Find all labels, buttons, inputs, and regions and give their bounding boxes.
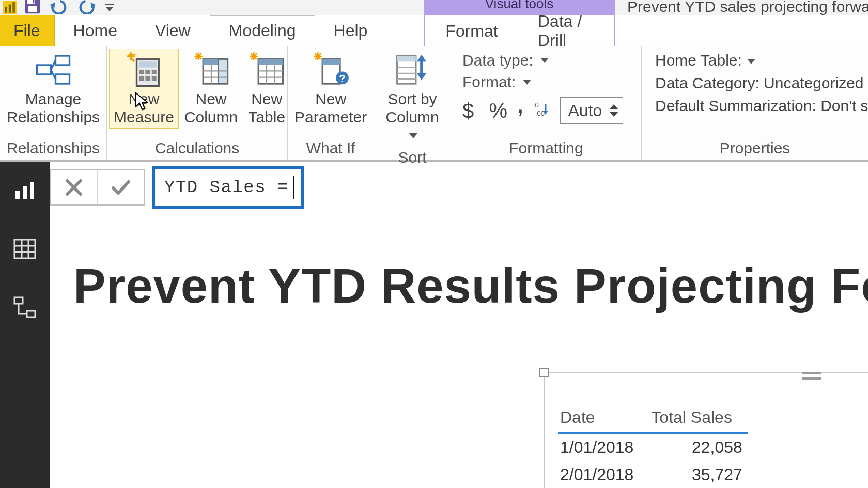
- default-summarization-dropdown[interactable]: Default Summarization: Don't s: [655, 97, 855, 115]
- measure-icon: [125, 51, 162, 88]
- stepper-up-icon[interactable]: [609, 104, 618, 109]
- new-column-label: New Column: [184, 90, 238, 126]
- svg-rect-13: [146, 70, 150, 74]
- svg-rect-31: [322, 59, 340, 65]
- formula-commit-button[interactable]: [97, 170, 144, 204]
- svg-text:?: ?: [339, 73, 345, 84]
- manage-relationships-label: Manage Relationships: [7, 90, 100, 126]
- data-type-label: Data type:: [462, 52, 533, 69]
- chevron-down-icon: [540, 58, 549, 63]
- report-view-button[interactable]: [7, 172, 42, 208]
- home-table-dropdown[interactable]: Home Table:: [655, 52, 855, 69]
- tab-view[interactable]: View: [136, 15, 210, 46]
- svg-text:.0: .0: [533, 101, 539, 109]
- qat-customize-icon[interactable]: [104, 3, 115, 13]
- parameter-icon: ?: [312, 51, 349, 88]
- data-category-dropdown[interactable]: Data Category: Uncategorized: [655, 74, 855, 92]
- decimals-format-button[interactable]: .0.00: [533, 100, 551, 121]
- model-icon: [12, 295, 37, 320]
- cell-sales: 35,727: [649, 461, 748, 488]
- data-category-label: Data Category: Uncategorized: [655, 74, 864, 91]
- group-label-calculations: Calculations: [107, 137, 287, 160]
- cell-sales: 22,058: [649, 434, 748, 461]
- svg-rect-25: [258, 59, 283, 65]
- model-view-button[interactable]: [7, 290, 42, 325]
- report-canvas[interactable]: Prevent YTD Results Projecting Forw Date…: [50, 217, 868, 488]
- new-column-button[interactable]: New Column: [180, 49, 242, 129]
- column-header-date[interactable]: Date: [558, 405, 649, 432]
- tab-help[interactable]: Help: [315, 15, 387, 46]
- table-header-row: Date Total Sales: [558, 405, 748, 432]
- svg-rect-42: [23, 186, 27, 199]
- group-label-relationships: Relationships: [0, 137, 106, 160]
- svg-rect-12: [139, 70, 144, 74]
- tab-home[interactable]: Home: [55, 15, 136, 46]
- svg-rect-6: [33, 0, 34, 3]
- format-dropdown[interactable]: Format:: [462, 73, 630, 91]
- svg-rect-14: [152, 70, 157, 74]
- drag-handle-icon[interactable]: [802, 372, 822, 380]
- svg-rect-17: [152, 76, 157, 81]
- ribbon: Manage Relationships Relationships New M…: [0, 46, 868, 162]
- group-label-sort: Sort: [374, 147, 451, 169]
- new-table-button[interactable]: New Table: [243, 49, 290, 129]
- format-label: Format:: [462, 73, 516, 91]
- tab-format[interactable]: Format: [425, 15, 519, 46]
- svg-rect-9: [56, 74, 70, 84]
- cell-date: 1/01/2018: [558, 434, 649, 461]
- redo-icon[interactable]: [76, 0, 97, 17]
- column-icon: [193, 51, 230, 88]
- undo-icon[interactable]: [49, 0, 69, 17]
- close-icon: [64, 178, 84, 197]
- new-parameter-button[interactable]: ? New Parameter: [290, 49, 371, 129]
- svg-rect-16: [146, 76, 150, 81]
- svg-rect-43: [30, 182, 34, 199]
- svg-rect-35: [397, 56, 416, 61]
- table-visual[interactable]: Date Total Sales 1/01/2018 22,058 2/01/2…: [544, 372, 868, 488]
- data-type-dropdown[interactable]: Data type:: [462, 52, 630, 69]
- currency-format-button[interactable]: $: [462, 99, 479, 122]
- svg-rect-50: [27, 311, 35, 317]
- manage-relationships-button[interactable]: Manage Relationships: [2, 49, 104, 129]
- sort-by-column-button[interactable]: Sort by Column: [376, 49, 448, 147]
- svg-rect-1: [9, 4, 11, 12]
- formula-input[interactable]: YTD Sales =: [152, 166, 304, 209]
- tab-file[interactable]: File: [0, 15, 55, 46]
- check-icon: [110, 177, 132, 198]
- home-table-label: Home Table:: [655, 52, 742, 69]
- svg-rect-15: [139, 76, 144, 81]
- grid-icon: [12, 237, 37, 261]
- page-title: Prevent YTD Results Projecting Forw: [73, 258, 868, 314]
- table-row[interactable]: 2/01/2018 35,727: [558, 461, 748, 488]
- table-icon: [248, 51, 285, 88]
- window-title: Prevent YTD sales projecting forward: [627, 0, 868, 15]
- app-logo-icon: [3, 1, 17, 14]
- chevron-down-icon: [747, 59, 755, 64]
- data-table: Date Total Sales 1/01/2018 22,058 2/01/2…: [558, 405, 748, 488]
- group-label-formatting: Formatting: [451, 137, 641, 160]
- bar-chart-icon: [12, 178, 37, 202]
- svg-rect-2: [12, 2, 14, 13]
- table-row[interactable]: 1/01/2018 22,058: [558, 434, 748, 461]
- ribbon-tabs: File Home View Modeling Help Format Data…: [0, 15, 868, 46]
- title-bar: Visual tools Prevent YTD sales projectin…: [0, 0, 868, 15]
- new-measure-button[interactable]: New Measure: [109, 49, 179, 129]
- tab-modeling[interactable]: Modeling: [210, 15, 315, 46]
- data-view-button[interactable]: [7, 231, 42, 266]
- stepper-down-icon[interactable]: [609, 112, 618, 117]
- selection-handle-icon[interactable]: [539, 368, 549, 377]
- tab-data-drill[interactable]: Data / Drill: [519, 15, 614, 46]
- formula-text: YTD Sales =: [164, 178, 289, 197]
- formula-cancel-button[interactable]: [51, 170, 97, 204]
- chevron-down-icon: [409, 133, 417, 138]
- thousands-format-button[interactable]: ,: [517, 98, 524, 108]
- svg-rect-7: [37, 65, 51, 74]
- text-caret: [293, 176, 295, 199]
- decimal-places-value: Auto: [568, 101, 602, 120]
- svg-rect-44: [14, 240, 35, 258]
- svg-rect-5: [28, 6, 37, 12]
- percent-format-button[interactable]: %: [489, 99, 507, 122]
- formula-bar: YTD Sales =: [50, 166, 304, 209]
- column-header-total-sales[interactable]: Total Sales: [649, 405, 748, 432]
- decimal-places-stepper[interactable]: Auto: [560, 97, 623, 124]
